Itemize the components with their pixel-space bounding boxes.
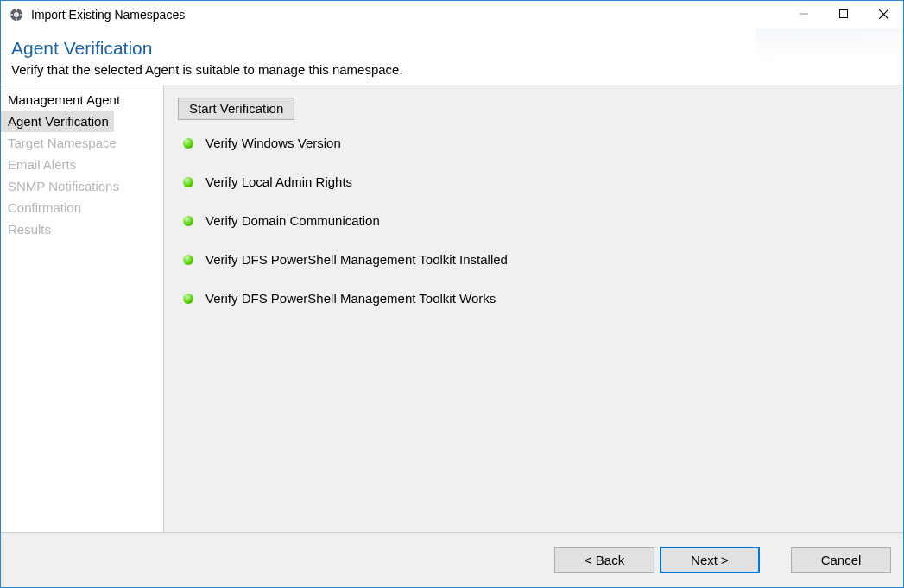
window-title: Import Existing Namespaces: [31, 1, 784, 28]
check-label: Verify Local Admin Rights: [205, 174, 352, 189]
page-subtitle: Verify that the selected Agent is suitab…: [11, 62, 893, 77]
next-button[interactable]: Next >: [660, 547, 760, 573]
svg-point-1: [14, 12, 19, 17]
caption-buttons: [784, 1, 903, 28]
wizard-body: Management Agent Agent Verification Targ…: [1, 85, 903, 532]
minimize-button[interactable]: [784, 1, 824, 27]
svg-rect-5: [20, 14, 22, 15]
close-button[interactable]: [863, 1, 903, 27]
app-icon: [9, 7, 24, 22]
svg-rect-7: [840, 10, 848, 18]
wizard-content: Start Verification Verify Windows Versio…: [164, 85, 903, 532]
back-button[interactable]: < Back: [554, 547, 654, 573]
step-results: Results: [1, 218, 163, 240]
check-label: Verify DFS PowerShell Management Toolkit…: [205, 252, 508, 267]
status-ok-icon: [183, 216, 193, 226]
verification-check-list: Verify Windows Version Verify Local Admi…: [178, 136, 889, 306]
wizard-window: Import Existing Namespaces Agent Verific…: [0, 0, 904, 588]
status-ok-icon: [183, 138, 193, 149]
check-item: Verify Windows Version: [183, 136, 889, 150]
check-item: Verify Domain Communication: [183, 213, 889, 228]
check-label: Verify Domain Communication: [205, 213, 380, 228]
svg-rect-2: [16, 9, 16, 11]
step-confirmation: Confirmation: [1, 197, 163, 218]
step-management-agent[interactable]: Management Agent: [1, 89, 163, 111]
cancel-button[interactable]: Cancel: [791, 547, 891, 573]
check-label: Verify DFS PowerShell Management Toolkit…: [205, 291, 496, 306]
step-agent-verification[interactable]: Agent Verification: [1, 111, 114, 132]
step-snmp-notifications: SNMP Notifications: [1, 175, 163, 197]
step-email-alerts: Email Alerts: [1, 154, 163, 175]
start-verification-button[interactable]: Start Verification: [178, 98, 294, 120]
svg-rect-4: [10, 14, 13, 15]
status-ok-icon: [183, 294, 193, 304]
wizard-footer: < Back Next > Cancel: [1, 532, 903, 587]
page-title: Agent Verification: [11, 37, 893, 59]
check-label: Verify Windows Version: [205, 136, 341, 150]
step-target-namespace: Target Namespace: [1, 132, 163, 154]
check-item: Verify DFS PowerShell Management Toolkit…: [183, 252, 889, 267]
wizard-steps-sidebar: Management Agent Agent Verification Targ…: [1, 85, 164, 532]
status-ok-icon: [183, 255, 193, 265]
check-item: Verify DFS PowerShell Management Toolkit…: [183, 291, 889, 306]
wizard-header: Agent Verification Verify that the selec…: [1, 28, 903, 85]
status-ok-icon: [183, 177, 193, 187]
check-item: Verify Local Admin Rights: [183, 174, 889, 189]
titlebar: Import Existing Namespaces: [1, 1, 903, 28]
maximize-button[interactable]: [824, 1, 863, 27]
svg-rect-3: [16, 18, 16, 21]
